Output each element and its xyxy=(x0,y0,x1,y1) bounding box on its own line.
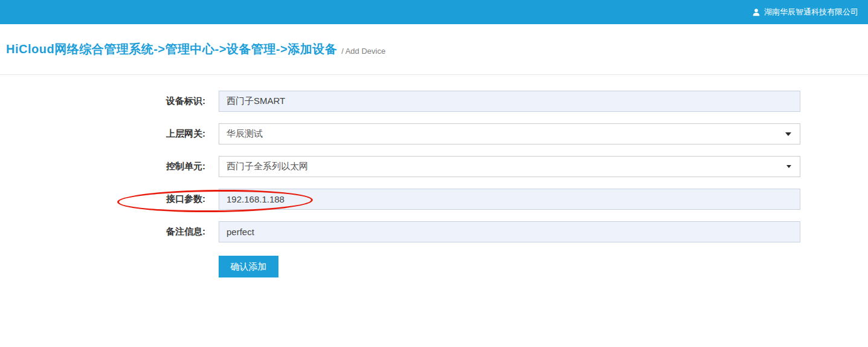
device-id-input[interactable] xyxy=(219,91,800,112)
remarks-input[interactable] xyxy=(219,221,800,242)
upper-gateway-label: 上层网关: xyxy=(0,128,205,140)
add-device-form: 设备标识: 上层网关: 华辰测试 控制单元: 西门子全系列以太网 接口参数: 备… xyxy=(0,91,868,277)
submit-row: 确认添加 xyxy=(219,256,868,277)
confirm-add-button[interactable]: 确认添加 xyxy=(219,256,278,277)
company-name: 湖南华辰智通科技有限公司 xyxy=(764,7,858,18)
breadcrumb: HiCloud网络综合管理系统->管理中心->设备管理->添加设备 / Add … xyxy=(0,24,868,75)
control-unit-value: 西门子全系列以太网 xyxy=(227,161,308,172)
breadcrumb-subtitle: / Add Device xyxy=(341,44,385,56)
chevron-down-icon xyxy=(785,132,791,136)
control-unit-select[interactable]: 西门子全系列以太网 xyxy=(219,156,800,177)
control-unit-label: 控制单元: xyxy=(0,161,205,172)
interface-params-label: 接口参数: xyxy=(0,193,205,205)
form-row-upper-gateway: 上层网关: 华辰测试 xyxy=(0,123,868,144)
upper-gateway-select[interactable]: 华辰测试 xyxy=(219,123,800,144)
account-menu[interactable]: 湖南华辰智通科技有限公司 xyxy=(752,7,858,18)
device-id-label: 设备标识: xyxy=(0,96,205,107)
interface-params-input[interactable] xyxy=(219,189,800,210)
remarks-label: 备注信息: xyxy=(0,226,205,238)
form-row-interface-params: 接口参数: xyxy=(0,189,868,210)
breadcrumb-path: HiCloud网络综合管理系统->管理中心->设备管理->添加设备 xyxy=(6,41,337,57)
form-row-device-id: 设备标识: xyxy=(0,91,868,112)
form-row-remarks: 备注信息: xyxy=(0,221,868,242)
top-bar: 湖南华辰智通科技有限公司 xyxy=(0,0,868,24)
upper-gateway-value: 华辰测试 xyxy=(227,128,263,140)
form-row-control-unit: 控制单元: 西门子全系列以太网 xyxy=(0,156,868,177)
chevron-down-icon xyxy=(786,165,791,168)
page: 湖南华辰智通科技有限公司 HiCloud网络综合管理系统->管理中心->设备管理… xyxy=(0,0,868,347)
user-icon xyxy=(752,8,760,16)
